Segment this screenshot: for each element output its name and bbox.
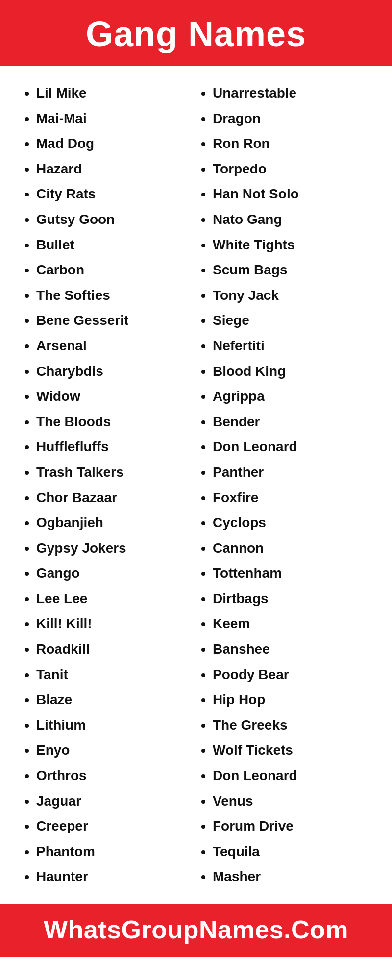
list-item: Cannon [213,536,368,561]
header: Gang Names [0,0,392,66]
list-item: Widow [36,384,191,409]
list-item: Cyclops [213,510,368,536]
list-item: Dirtbags [213,586,368,612]
list-item: Gypsy Jokers [36,536,191,561]
list-item: Mai-Mai [36,106,191,131]
footer-text: WhatsGroupNames.Com [10,915,382,944]
columns: Lil MikeMai-MaiMad DogHazardCity RatsGut… [20,80,372,889]
list-item: Trash Talkers [36,460,191,485]
left-column: Lil MikeMai-MaiMad DogHazardCity RatsGut… [20,80,196,889]
list-item: Scum Bags [213,257,368,283]
list-item: Hufflefluffs [36,434,191,460]
list-item: Tony Jack [213,283,368,308]
list-item: Roadkill [36,637,191,662]
list-item: Tottenham [213,561,368,586]
list-item: Gutsy Goon [36,207,191,232]
list-item: Jaguar [36,788,191,814]
list-item: The Softies [36,283,191,308]
list-item: Blood King [213,359,368,384]
list-item: Panther [213,460,368,485]
list-item: Unarrestable [213,80,368,106]
list-item: Han Not Solo [213,181,368,207]
list-item: Bullet [36,232,191,258]
list-item: Torpedo [213,156,368,182]
list-item: The Bloods [36,409,191,435]
list-item: Tequila [213,839,368,864]
page-title: Gang Names [10,14,382,54]
list-item: Dragon [213,106,368,131]
list-item: Haunter [36,864,191,889]
list-item: Ogbanjieh [36,510,191,536]
list-item: Masher [213,864,368,889]
list-item: Hip Hop [213,687,368,712]
list-item: Arsenal [36,333,191,359]
list-item: Bene Gesserit [36,308,191,333]
list-item: Banshee [213,637,368,662]
list-item: Don Leonard [213,434,368,460]
list-item: Venus [213,788,368,814]
list-item: Hazard [36,156,191,182]
list-item: White Tights [213,232,368,258]
list-item: Keem [213,611,368,637]
list-item: Kill! Kill! [36,611,191,637]
list-item: Mad Dog [36,131,191,156]
list-item: Lithium [36,712,191,738]
list-item: Carbon [36,257,191,283]
list-item: Forum Drive [213,813,368,839]
list-item: Gango [36,561,191,586]
list-item: Orthros [36,763,191,788]
list-item: Foxfire [213,485,368,511]
list-item: Agrippa [213,384,368,409]
list-item: Siege [213,308,368,333]
list-item: Poody Bear [213,662,368,687]
footer: WhatsGroupNames.Com [0,904,392,957]
list-item: Nato Gang [213,207,368,232]
content: Lil MikeMai-MaiMad DogHazardCity RatsGut… [0,66,392,904]
list-item: Chor Bazaar [36,485,191,511]
list-item: Creeper [36,813,191,839]
list-item: Don Leonard [213,763,368,788]
list-item: Lil Mike [36,80,191,106]
list-item: Nefertiti [213,333,368,359]
list-item: Charybdis [36,359,191,384]
list-item: The Greeks [213,712,368,738]
list-item: Lee Lee [36,586,191,612]
list-item: Blaze [36,687,191,712]
list-item: Phantom [36,839,191,864]
right-column: UnarrestableDragonRon RonTorpedoHan Not … [196,80,372,889]
list-item: Enyo [36,737,191,763]
list-item: Bender [213,409,368,435]
list-item: Ron Ron [213,131,368,156]
list-item: City Rats [36,181,191,207]
list-item: Tanit [36,662,191,687]
list-item: Wolf Tickets [213,737,368,763]
